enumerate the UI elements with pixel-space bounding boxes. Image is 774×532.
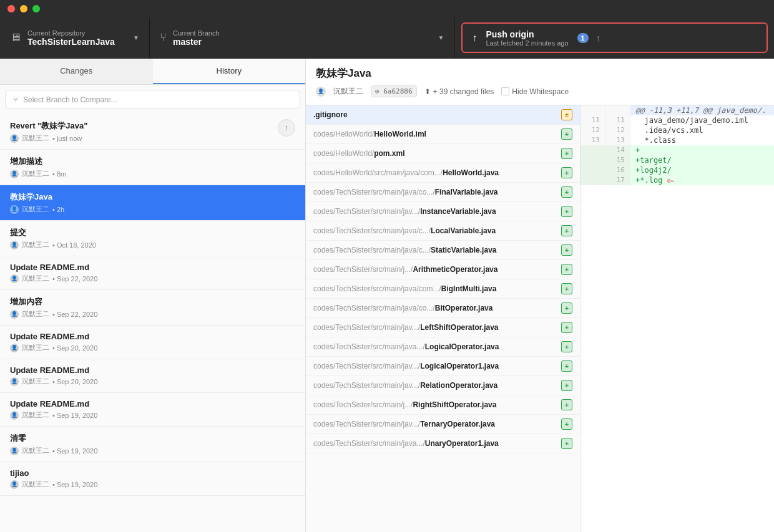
file-list-item[interactable]: codes/TechSister/src/main/jav.../Instanc… [306,202,580,221]
current-branch-section[interactable]: ⑂ Current Branch master ▼ [150,17,455,58]
commit-item[interactable]: ↑ Revert "教妹学Java" 👤 沉默王二 • just now [0,114,305,150]
avatar: 👤 [10,377,19,386]
diff-code-line: +*.log ⊘✏ [630,175,774,185]
file-status-badge: + [561,264,572,275]
file-dir: codes/TechSister/src/main/java.../ [313,439,425,448]
commit-meta: 👤 沉默王二 • Sep 22, 2020 [10,309,295,319]
file-dir: codes/TechSister/src/main/java.../ [313,342,425,351]
file-list-item[interactable]: codes/TechSister/src/main/java.../UnaryO… [306,434,580,453]
commit-meta: 👤 沉默王二 • just now [10,133,278,143]
file-status-badge: + [561,418,572,430]
commit-title: Revert "教妹学Java" [10,120,295,132]
commit-meta: 👤 沉默王二 • Sep 22, 2020 [10,274,295,283]
commit-item[interactable]: 增加内容 👤 沉默王二 • Sep 22, 2020 [0,290,305,326]
app-body: Changes History ⑂ Select Branch to Compa… [0,59,774,532]
file-list-item[interactable]: codes/TechSister/src/main/jav.../LeftShi… [306,318,580,337]
hide-whitespace-label: Hide Whitespace [512,87,569,96]
file-list-item[interactable]: codes/TechSister/src/main/j.../Arithmeti… [306,260,580,279]
file-list-item[interactable]: codes/HelloWorld/src/main/java/com.../He… [306,163,580,183]
commit-item[interactable]: 教妹学Java 👤 沉默王二 • 2h [0,185,305,221]
diff-code-line: +log4j2/ [630,165,774,175]
commit-item[interactable]: 提交 👤 沉默王二 • Oct 18, 2020 [0,221,305,256]
commit-title: 提交 [10,227,295,238]
branch-compare-input[interactable]: ⑂ Select Branch to Compare... [5,90,300,109]
commit-hash: ⊙ 6a62886 [371,85,417,97]
diff-ln-old [580,165,605,175]
file-list-item[interactable]: codes/TechSister/src/main/java/c.../Stat… [306,241,580,260]
diff-ln-new: 11 [605,115,630,125]
sidebar: Changes History ⑂ Select Branch to Compa… [0,59,306,532]
commit-time: • Oct 18, 2020 [52,241,96,249]
file-status-badge: + [561,244,572,256]
commit-list: ↑ Revert "教妹学Java" 👤 沉默王二 • just now 增加描… [0,114,305,532]
commit-item[interactable]: 增加描述 👤 沉默王二 • 8m [0,150,305,185]
file-status-badge: ± [561,109,572,120]
branch-name: master [173,37,220,47]
file-name: HelloWorld.iml [374,130,426,138]
commit-author: 沉默王二 [22,446,49,455]
commit-author: 沉默王二 [22,377,49,386]
hide-whitespace-option[interactable]: Hide Whitespace [501,87,569,96]
commit-item[interactable]: 清零 👤 沉默王二 • Sep 19, 2020 [0,427,305,462]
file-list-item[interactable]: codes/TechSister/src/main/java/co.../Bit… [306,299,580,318]
file-list-item[interactable]: codes/TechSister/src/main/java/co.../Fin… [306,183,580,202]
hide-whitespace-checkbox[interactable] [501,87,509,95]
file-list-item[interactable]: codes/TechSister/src/main/jav.../Relatio… [306,376,580,395]
commit-author: 沉默王二 [22,343,49,352]
commit-meta: 👤 沉默王二 • Sep 19, 2020 [10,446,295,455]
minimize-button[interactable] [20,5,27,12]
file-list-item[interactable]: codes/TechSister/src/main/jav.../Ternary… [306,415,580,434]
commit-item[interactable]: Update README.md 👤 沉默王二 • Sep 22, 2020 [0,256,305,290]
file-list-item[interactable]: .gitignore ± [306,105,580,125]
maximize-button[interactable] [32,5,40,12]
commit-author: 沉默王二 [22,240,49,249]
file-name: TernaryOperator.java [420,420,495,428]
commit-item[interactable]: Update README.md 👤 沉默王二 • Sep 20, 2020 [0,359,305,393]
file-list-item[interactable]: codes/TechSister/src/main/j.../RightShif… [306,395,580,415]
push-origin-section[interactable]: ↑ Push origin Last fetched 2 minutes ago… [461,22,768,53]
file-status-badge: + [561,341,572,352]
file-list-item[interactable]: codes/TechSister/src/main/jav.../Logical… [306,357,580,376]
file-status-badge: + [561,380,572,391]
file-list-item[interactable]: codes/HelloWorld/pom.xml + [306,144,580,163]
file-list-item[interactable]: codes/TechSister/src/main/java.../Logica… [306,337,580,357]
commit-author: 沉默王二 [22,169,49,178]
tab-history[interactable]: History [153,59,306,84]
diff-code-line: .idea/vcs.xml [630,125,774,135]
file-list-item[interactable]: codes/TechSister/src/main/java/c.../Loca… [306,221,580,241]
avatar: 👤 [10,480,19,489]
file-path: codes/TechSister/src/main/j.../RightShif… [313,400,556,409]
file-list-item[interactable]: codes/HelloWorld/HelloWorld.iml + [306,125,580,144]
file-path: codes/TechSister/src/main/jav.../Ternary… [313,420,556,428]
close-button[interactable] [7,5,15,12]
file-status-badge: + [561,128,572,140]
file-name: LeftShiftOperator.java [420,323,498,332]
file-status-badge: + [561,283,572,294]
diff-ln-old: 12 [580,125,605,135]
diff-code-line: + [630,145,774,155]
commit-item[interactable]: Update README.md 👤 沉默王二 • Sep 20, 2020 [0,326,305,359]
diff-ln-new [605,105,630,115]
current-repo-section[interactable]: 🖥 Current Repository TechSisterLearnJava… [0,17,150,58]
diff-code-line: +target/ [630,155,774,165]
file-dir: codes/TechSister/src/main/java/co.../ [313,304,435,312]
file-status-badge: + [561,302,572,314]
diff-ln-new: 12 [605,125,630,135]
avatar: 👤 [10,205,19,214]
avatar: 👤 [10,170,19,178]
tab-changes[interactable]: Changes [0,59,153,84]
file-name: FinalVariable.java [435,188,498,196]
commit-item[interactable]: Update README.md 👤 沉默王二 • Sep 19, 2020 [0,393,305,427]
file-dir: codes/HelloWorld/ [313,149,374,158]
push-up-icon: ↑ [596,33,600,43]
commit-time: • Sep 22, 2020 [52,275,97,283]
file-name: BigIntMulti.java [441,284,497,293]
diff-row: 15 +target/ [580,155,774,165]
file-status-badge: + [561,186,572,198]
no-icon: ⊘✏ [667,177,675,184]
commit-header: 教妹学Java 👤 沉默王二 ⊙ 6a62886 ⬆ + 39 changed … [306,59,774,105]
commit-title: 增加描述 [10,156,295,167]
commit-item[interactable]: tijiao 👤 沉默王二 • Sep 19, 2020 [0,462,305,496]
file-list-item[interactable]: codes/TechSister/src/main/java/com.../Bi… [306,279,580,299]
diff-ln-old [580,105,605,115]
